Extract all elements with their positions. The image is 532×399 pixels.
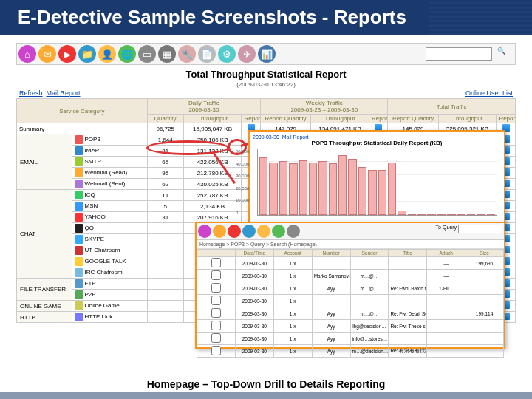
chart-bar	[309, 163, 317, 215]
gear-icon[interactable]: ⚙	[218, 45, 236, 63]
chart-bar	[487, 214, 495, 215]
detail-toolbar: To Query	[197, 223, 504, 240]
row-checkbox[interactable]	[211, 346, 221, 355]
row-checkbox[interactable]	[211, 258, 221, 267]
svc-SKYPE[interactable]: SKYPE	[72, 234, 147, 245]
detail-row[interactable]: 2009-03-301.xAyym…@…Re: Fw: Detail Searc…	[197, 307, 504, 320]
chart-bar	[368, 170, 376, 215]
slide-title: E-Detective Sample Screenshots - Reports	[0, 0, 532, 29]
footer-strip	[0, 392, 532, 399]
chart-bar	[338, 155, 347, 215]
to-query-link[interactable]: To Query	[436, 225, 457, 238]
detail-row[interactable]: 2009-03-301.x—199,696	[197, 257, 504, 270]
svc-YAHOO[interactable]: YAHOO	[72, 212, 147, 223]
online-users-link[interactable]: Online User List	[466, 89, 513, 97]
chart-bar	[289, 163, 297, 215]
svc-IRC Chatroom[interactable]: IRC Chatroom	[72, 267, 147, 279]
wrench-icon[interactable]: 🔧	[178, 45, 196, 63]
chart-bar	[457, 214, 466, 215]
detail-row[interactable]: 2009-03-301.xAyylbg@decision…Re: Fw: The…	[197, 320, 504, 332]
svc-HTTP Link[interactable]: HTTP Link	[72, 312, 147, 323]
chart-popup: 2009-03-30 Mail Report POP3 Throughput S…	[248, 130, 505, 226]
svc-MSN[interactable]: MSN	[72, 201, 147, 212]
detail-row[interactable]: 2009-03-301.xAyym…@…Re: Fwd: Batch refre…	[197, 282, 504, 295]
cat-ft: FILE TRANSFER	[17, 279, 72, 301]
row-checkbox[interactable]	[211, 333, 221, 343]
svc-P2P[interactable]: P2P	[72, 290, 147, 301]
mini-folder-icon[interactable]	[242, 225, 256, 238]
slide-caption: Homepage – Top-Down Drill to Details Rep…	[0, 378, 532, 390]
svc-Webmail (Sent)[interactable]: Webmail (Sent)	[72, 179, 147, 190]
doc-icon[interactable]: 📄	[198, 45, 216, 63]
mini-card-icon[interactable]	[287, 225, 300, 238]
svc-IMAP[interactable]: IMAP	[72, 146, 147, 157]
svc-Webmail (Read)[interactable]: Webmail (Read)	[72, 168, 147, 179]
chart-bar	[279, 161, 287, 215]
chart-bar	[398, 211, 406, 215]
svc-UT Chatroom[interactable]: UT Chatroom	[72, 245, 147, 256]
mail-icon[interactable]: ✉	[38, 45, 56, 63]
mini-user-icon[interactable]	[257, 225, 270, 238]
cat-og: ONLINE GAME	[17, 301, 72, 312]
chart-bar	[388, 163, 396, 215]
svc-FTP[interactable]: FTP	[72, 279, 147, 290]
detail-row[interactable]: 2009-03-301.xAyym…@decision…Re: 有沒有有找到資料	[197, 345, 504, 358]
cat-http: HTTP	[17, 312, 72, 323]
th-total: Total Traffic	[388, 99, 516, 115]
chart-bar	[318, 161, 327, 215]
send-icon[interactable]: ✈	[238, 45, 256, 63]
chart-bar	[467, 214, 475, 215]
row-checkbox[interactable]	[211, 270, 221, 280]
mini-mail-icon[interactable]	[213, 225, 226, 238]
th-daily: Daily Traffic2009-03-30	[147, 99, 260, 115]
row-checkbox[interactable]	[211, 321, 221, 330]
mini-home-icon[interactable]	[198, 225, 211, 238]
svc-SMTP[interactable]: SMTP	[72, 157, 147, 168]
chart-canvas: 010,00020,00030,00040,00050,000	[257, 149, 497, 216]
cat-email: EMAIL	[17, 134, 72, 190]
detail-search-input[interactable]	[458, 225, 502, 233]
slide-header: E-Detective Sample Screenshots - Reports	[0, 0, 532, 35]
detail-row[interactable]: 2009-03-301.x	[197, 295, 504, 307]
th-service: Service Category	[17, 99, 148, 123]
detail-row[interactable]: 2009-03-301.xMarko Sumanovicm…@…—	[197, 270, 504, 282]
mail-report-link[interactable]: Mail Report	[47, 89, 81, 97]
card-icon[interactable]: ▭	[138, 45, 156, 63]
home-icon[interactable]: ⌂	[18, 45, 36, 63]
row-checkbox[interactable]	[211, 296, 221, 305]
mini-play-icon[interactable]	[228, 225, 241, 238]
chart-icon[interactable]: 📊	[258, 45, 276, 63]
chart-bar	[348, 159, 356, 215]
detail-row[interactable]: 2009-03-301.xAyyinfo@…stores…	[197, 332, 504, 345]
refresh-link[interactable]: Refresh	[19, 89, 43, 97]
chart-bar	[299, 160, 307, 215]
folder-icon[interactable]: 📁	[78, 45, 96, 63]
svc-Online Game[interactable]: Online Game	[72, 301, 147, 312]
chart-bar	[437, 214, 446, 215]
svc-GOOGLE TALK[interactable]: GOOGLE TALK	[72, 256, 147, 267]
chart-bar	[447, 214, 455, 215]
report-timestamp: (2009-03-30 13:46:22)	[16, 81, 516, 88]
chart-bar	[408, 214, 416, 215]
globe-icon[interactable]: 🌐	[118, 45, 136, 63]
chart-bar	[269, 163, 277, 215]
svc-ICQ[interactable]: ICQ	[72, 190, 147, 201]
row-checkbox[interactable]	[211, 308, 221, 318]
search-input[interactable]	[426, 47, 492, 61]
chart-bar	[477, 214, 485, 215]
chart-date-link[interactable]: 2009-03-30 Mail Report	[253, 134, 501, 140]
breadcrumb: Homepage > POP3 > Query > Search (Homepa…	[197, 240, 504, 249]
play-icon[interactable]: ▶	[58, 45, 76, 63]
user-icon[interactable]: 👤	[98, 45, 116, 63]
chart-bar	[329, 163, 337, 215]
summary-row: Summary	[17, 123, 148, 134]
search-icon[interactable]: 🔍	[497, 47, 511, 61]
mini-globe-icon[interactable]	[272, 225, 285, 238]
chart-bar	[417, 214, 426, 215]
svc-POP3[interactable]: POP3	[72, 134, 147, 146]
chip-icon[interactable]: ▦	[158, 45, 176, 63]
chart-bar	[378, 170, 386, 215]
row-checkbox[interactable]	[211, 283, 221, 293]
svc-QQ[interactable]: QQ	[72, 223, 147, 234]
chart-bar	[259, 157, 267, 215]
